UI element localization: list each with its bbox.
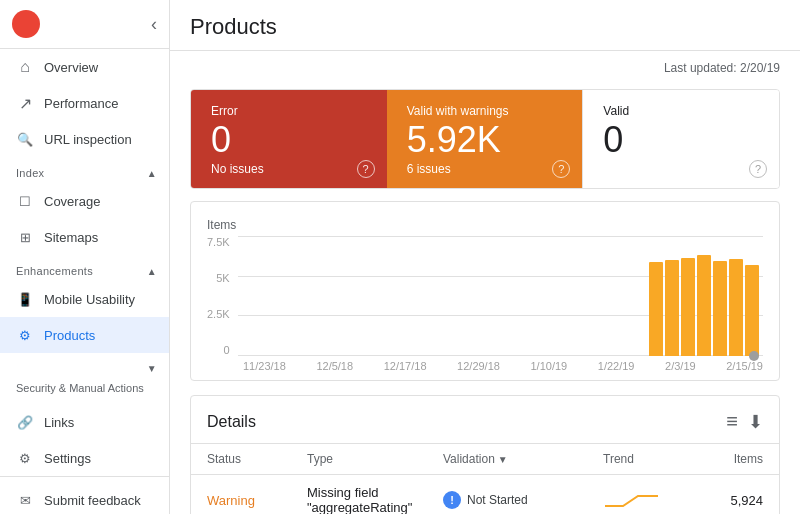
sidebar-collapse-icon[interactable]: ‹ bbox=[151, 14, 157, 35]
sidebar-item-label: Coverage bbox=[44, 194, 100, 209]
validation-icon: ! bbox=[443, 491, 461, 509]
sidebar-item-products[interactable]: ⚙ Products bbox=[0, 317, 169, 353]
sidebar-item-performance[interactable]: ↗ Performance bbox=[0, 85, 169, 121]
sidebar-footer-label: Submit feedback bbox=[44, 493, 141, 508]
sidebar-section-index[interactable]: Index ▲ bbox=[0, 157, 169, 183]
col-items: Items bbox=[703, 452, 763, 466]
sidebar-section-security[interactable]: ▼ bbox=[0, 353, 169, 378]
error-card-help[interactable]: ? bbox=[357, 160, 375, 178]
warning-card-value: 5.92K bbox=[407, 122, 563, 158]
google-logo bbox=[12, 10, 40, 38]
trend-sparkline bbox=[603, 488, 663, 510]
sidebar-item-label: Products bbox=[44, 328, 95, 343]
valid-card: Valid 0 ? bbox=[582, 90, 779, 188]
x-label-3: 12/29/18 bbox=[457, 360, 500, 372]
y-tick-2: 2.5K bbox=[207, 308, 230, 320]
col-trend: Trend bbox=[603, 452, 703, 466]
x-label-0: 11/23/18 bbox=[243, 360, 286, 372]
sidebar-item-label: Performance bbox=[44, 96, 118, 111]
error-card-label: Error bbox=[211, 104, 367, 118]
error-card-sub: No issues bbox=[211, 162, 367, 176]
table-header: Status Type Validation ▼ Trend Items bbox=[191, 444, 779, 475]
main-body: Last updated: 2/20/19 Error 0 No issues … bbox=[170, 51, 800, 514]
sidebar-item-mobile-usability[interactable]: 📱 Mobile Usability bbox=[0, 281, 169, 317]
sidebar-item-settings[interactable]: ⚙ Settings bbox=[0, 440, 169, 476]
sidebar-footer-submit-feedback[interactable]: ✉ Submit feedback bbox=[0, 483, 169, 514]
sidebar-item-links[interactable]: 🔗 Links bbox=[0, 404, 169, 440]
error-card-value: 0 bbox=[211, 122, 367, 158]
chart-y-axis: 7.5K 5K 2.5K 0 bbox=[207, 236, 230, 356]
coverage-icon: ☐ bbox=[16, 192, 34, 210]
items-cell: 5,924 bbox=[703, 493, 763, 508]
sidebar-item-sitemaps[interactable]: ⊞ Sitemaps bbox=[0, 219, 169, 255]
sidebar-item-label: Mobile Usability bbox=[44, 292, 135, 307]
x-label-5: 1/22/19 bbox=[598, 360, 635, 372]
sidebar-item-overview[interactable]: ⌂ Overview bbox=[0, 49, 169, 85]
col-status: Status bbox=[207, 452, 307, 466]
y-tick-3: 0 bbox=[207, 344, 230, 356]
error-card: Error 0 No issues ? bbox=[191, 90, 387, 188]
x-label-7: 2/15/19 bbox=[726, 360, 763, 372]
sidebar-item-label: Overview bbox=[44, 60, 98, 75]
sort-down-icon: ▼ bbox=[498, 454, 508, 465]
mobile-icon: 📱 bbox=[16, 290, 34, 308]
y-tick-1: 5K bbox=[207, 272, 230, 284]
page-title: Products bbox=[190, 14, 780, 40]
type-cell: Missing field "aggregateRating" bbox=[307, 485, 443, 514]
x-label-2: 12/17/18 bbox=[384, 360, 427, 372]
sidebar-item-coverage[interactable]: ☐ Coverage bbox=[0, 183, 169, 219]
warning-card: Valid with warnings 5.92K 6 issues ? bbox=[387, 90, 583, 188]
x-label-4: 1/10/19 bbox=[531, 360, 568, 372]
chart-bar-3[interactable] bbox=[681, 258, 695, 356]
summary-cards: Error 0 No issues ? Valid with warnings … bbox=[190, 89, 780, 189]
feedback-icon: ✉ bbox=[16, 491, 34, 509]
x-label-6: 2/3/19 bbox=[665, 360, 696, 372]
col-validation[interactable]: Validation ▼ bbox=[443, 452, 603, 466]
chevron-up-icon: ▲ bbox=[147, 168, 157, 179]
sidebar-item-label: Settings bbox=[44, 451, 91, 466]
sidebar-section-enhancements[interactable]: Enhancements ▲ bbox=[0, 255, 169, 281]
valid-card-label: Valid bbox=[603, 104, 759, 118]
chart-x-labels: 11/23/18 12/5/18 12/17/18 12/29/18 1/10/… bbox=[243, 360, 763, 372]
sidebar-item-label: Links bbox=[44, 415, 74, 430]
valid-card-value: 0 bbox=[603, 122, 759, 158]
download-icon[interactable]: ⬇ bbox=[748, 411, 763, 433]
home-icon: ⌂ bbox=[16, 58, 34, 76]
chart-bars-area bbox=[238, 236, 763, 356]
y-tick-0: 7.5K bbox=[207, 236, 230, 248]
chart-bar-4[interactable] bbox=[697, 255, 711, 356]
chart-bar-7[interactable] bbox=[745, 265, 759, 356]
chart-bar-5[interactable] bbox=[713, 261, 727, 356]
warning-card-help[interactable]: ? bbox=[552, 160, 570, 178]
details-header: Details ≡ ⬇ bbox=[191, 396, 779, 444]
table-row[interactable]: Warning Missing field "aggregateRating" … bbox=[191, 475, 779, 514]
chevron-up-icon: ▲ bbox=[147, 266, 157, 277]
main-content: Products Last updated: 2/20/19 Error 0 N… bbox=[170, 0, 800, 514]
chart-y-label: Items bbox=[207, 218, 763, 232]
performance-icon: ↗ bbox=[16, 94, 34, 112]
chart-bar-1[interactable] bbox=[649, 262, 663, 356]
chart-dot[interactable] bbox=[749, 351, 759, 361]
validation-text: Not Started bbox=[467, 493, 528, 507]
sitemaps-icon: ⊞ bbox=[16, 228, 34, 246]
chevron-down-icon: ▼ bbox=[147, 363, 157, 374]
sidebar-footer: ✉ Submit feedback ℹ About new version ↩ … bbox=[0, 476, 169, 514]
warning-card-sub: 6 issues bbox=[407, 162, 563, 176]
status-cell: Warning bbox=[207, 493, 307, 508]
sidebar-logo: ‹ bbox=[0, 0, 169, 49]
search-icon: 🔍 bbox=[16, 130, 34, 148]
chart-bar-2[interactable] bbox=[665, 260, 679, 356]
products-icon: ⚙ bbox=[16, 326, 34, 344]
last-updated-text: Last updated: 2/20/19 bbox=[170, 51, 800, 81]
filter-icon[interactable]: ≡ bbox=[726, 410, 738, 433]
chart-wrapper: 7.5K 5K 2.5K 0 bbox=[207, 236, 763, 356]
details-title: Details bbox=[207, 413, 256, 431]
chart-area: Items 7.5K 5K 2.5K 0 bbox=[190, 201, 780, 381]
sidebar-item-url-inspection[interactable]: 🔍 URL inspection bbox=[0, 121, 169, 157]
chart-bars bbox=[649, 236, 763, 356]
warning-card-label: Valid with warnings bbox=[407, 104, 563, 118]
chart-bar-6[interactable] bbox=[729, 259, 743, 356]
valid-card-help[interactable]: ? bbox=[749, 160, 767, 178]
sidebar-item-label: URL inspection bbox=[44, 132, 132, 147]
x-label-1: 12/5/18 bbox=[316, 360, 353, 372]
